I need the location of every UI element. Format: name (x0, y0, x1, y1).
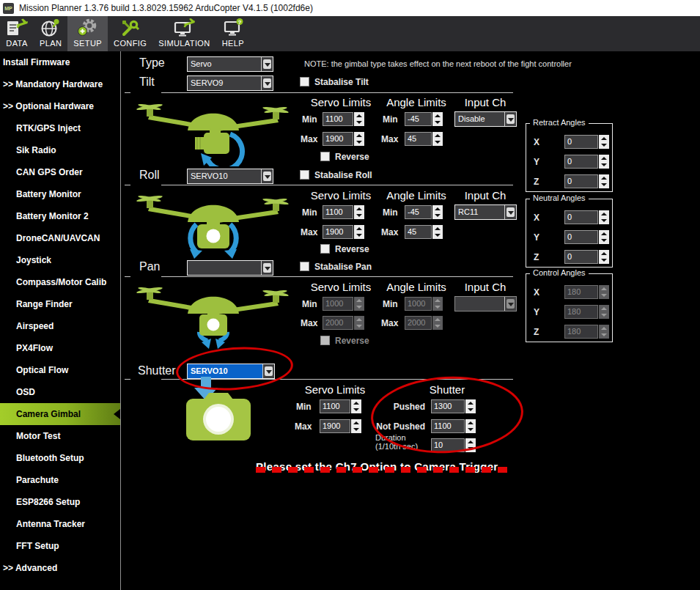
retract-z-value: 0 (564, 174, 598, 188)
neutral-x-input[interactable]: 0 (564, 210, 609, 224)
nav-tab-simulation[interactable]: SIMULATION (152, 16, 215, 51)
nav-tab-data[interactable]: DATA (0, 16, 34, 51)
roll-reverse-checkbox[interactable] (320, 244, 330, 254)
main-menu-bar: DATA PLAN SETUP CONFIG SIMULATION (0, 16, 700, 51)
sidebar-item-battery-monitor-2[interactable]: Battery Monitor 2 (0, 205, 120, 227)
spinner[interactable] (351, 399, 361, 413)
nav-tab-config[interactable]: CONFIG (108, 16, 152, 51)
roll-angle-max-input[interactable]: 45 (405, 225, 443, 239)
axis-z-label: Z (534, 177, 539, 187)
svg-text:?: ? (237, 19, 241, 26)
sidebar-item-optional-hardware[interactable]: >> Optional Hardware (0, 95, 120, 117)
spinner (354, 316, 364, 330)
tilt-input-ch-dropdown[interactable]: Disable (454, 111, 517, 127)
type-label: Type (139, 56, 165, 70)
shutter-servo-max-input[interactable]: 1900 (320, 419, 361, 433)
stabilise-roll-checkbox[interactable] (300, 170, 309, 180)
sidebar-item-osd[interactable]: OSD (0, 381, 120, 403)
chevron-down-icon[interactable] (504, 205, 516, 219)
sidebar-item-rtk-gps-inject[interactable]: RTK/GPS Inject (0, 117, 120, 139)
pan-angle-limits-header: Angle Limits (380, 281, 453, 293)
stabilise-tilt-checkbox[interactable] (300, 77, 309, 86)
spinner[interactable] (599, 210, 609, 224)
spinner[interactable] (432, 132, 443, 146)
flight-data-icon (6, 18, 28, 38)
spinner[interactable] (354, 112, 364, 126)
neutral-z-input[interactable]: 0 (564, 250, 609, 264)
min-label: Min (302, 114, 317, 125)
pan-servo-dropdown[interactable] (187, 260, 273, 276)
roll-input-ch-dropdown[interactable]: RC11 (454, 204, 517, 220)
spinner[interactable] (432, 112, 443, 126)
control-y-input: 180 (564, 305, 609, 319)
retract-z-input[interactable]: 0 (564, 174, 609, 188)
chevron-down-icon[interactable] (261, 57, 273, 71)
sidebar-item-can-gps-order[interactable]: CAN GPS Order (0, 161, 120, 183)
sidebar-item-joystick[interactable]: Joystick (0, 249, 120, 271)
sidebar-item-fft-setup[interactable]: FFT Setup (0, 535, 120, 557)
spinner[interactable] (599, 135, 609, 149)
spinner[interactable] (599, 250, 609, 264)
sidebar-item-bluetooth-setup[interactable]: Bluetooth Setup (0, 447, 120, 469)
roll-servo-dropdown[interactable]: SERVO10 (187, 169, 273, 184)
control-angles-title: Control Angles (530, 268, 589, 277)
roll-servo-min-input[interactable]: 1100 (323, 205, 364, 219)
spinner[interactable] (599, 174, 609, 188)
chevron-down-icon[interactable] (504, 112, 516, 126)
sidebar-item-parachute[interactable]: Parachute (0, 469, 120, 491)
sidebar-item-airspeed[interactable]: Airspeed (0, 315, 120, 337)
sidebar-item-camera-gimbal[interactable]: Camera Gimbal (0, 403, 120, 425)
sidebar-item-battery-monitor[interactable]: Battery Monitor (0, 183, 120, 205)
neutral-y-value: 0 (564, 230, 598, 244)
chevron-down-icon[interactable] (261, 261, 273, 275)
retract-y-input[interactable]: 0 (564, 155, 609, 169)
max-label: Max (301, 227, 317, 237)
sidebar-item-px4flow[interactable]: PX4Flow (0, 337, 120, 359)
sidebar-item-optical-flow[interactable]: Optical Flow (0, 359, 120, 381)
tilt-servo-max-input[interactable]: 1900 (323, 132, 364, 146)
spinner[interactable] (432, 225, 443, 239)
nav-tab-plan[interactable]: PLAN (34, 16, 67, 51)
shutter-servo-min-input[interactable]: 1100 (320, 399, 361, 413)
mission-planner-window: MP Mission Planner 1.3.76 build 1.3.8029… (0, 0, 700, 590)
sidebar-item-advanced[interactable]: >> Advanced (0, 557, 120, 579)
roll-angle-limits-header: Angle Limits (380, 189, 453, 202)
spinner[interactable] (354, 225, 364, 239)
spinner[interactable] (599, 230, 609, 244)
chevron-down-icon[interactable] (261, 169, 273, 183)
nav-tab-help[interactable]: ? HELP (216, 16, 250, 51)
spinner[interactable] (354, 132, 364, 146)
dropdown-value: Disable (455, 112, 504, 126)
spinner[interactable] (351, 419, 361, 433)
retract-x-input[interactable]: 0 (564, 135, 609, 149)
tilt-servo-dropdown[interactable]: SERVO9 (187, 75, 273, 91)
sidebar-item-antenna-tracker[interactable]: Antenna Tracker (0, 513, 120, 535)
sidebar-item-install-firmware[interactable]: Install Firmware (0, 51, 120, 73)
spinner[interactable] (432, 205, 443, 219)
stabilise-pan-checkbox[interactable] (300, 262, 309, 271)
min-label: Min (302, 207, 317, 218)
pan-reverse-checkbox (320, 336, 330, 345)
spinner[interactable] (354, 205, 364, 219)
spinner (599, 305, 609, 319)
pan-servo-min-input: 1000 (323, 297, 364, 311)
gimbal-type-dropdown[interactable]: Servo (187, 56, 273, 72)
chevron-down-icon[interactable] (261, 76, 273, 90)
roll-reverse-label: Reverse (335, 244, 369, 254)
sidebar-item-dronecan-uavcan[interactable]: DroneCAN/UAVCAN (0, 227, 120, 249)
sidebar-item-mandatory-hardware[interactable]: >> Mandatory Hardware (0, 73, 120, 95)
sidebar-item-esp8266-setup[interactable]: ESP8266 Setup (0, 491, 120, 513)
neutral-y-input[interactable]: 0 (564, 230, 609, 244)
sidebar-item-range-finder[interactable]: Range Finder (0, 293, 120, 315)
nav-tab-setup[interactable]: SETUP (67, 16, 108, 51)
roll-servo-max-input[interactable]: 1900 (323, 225, 364, 239)
tilt-angle-min-input[interactable]: -45 (405, 112, 443, 126)
sidebar-item-compass-motor-calib[interactable]: Compass/Motor Calib (0, 271, 120, 293)
tilt-angle-max-input[interactable]: 45 (405, 132, 443, 146)
roll-angle-min-input[interactable]: -45 (405, 205, 443, 219)
tilt-reverse-checkbox[interactable] (320, 152, 330, 161)
sidebar-item-motor-test[interactable]: Motor Test (0, 425, 120, 447)
tilt-servo-min-input[interactable]: 1100 (323, 112, 364, 126)
spinner[interactable] (599, 155, 609, 169)
sidebar-item-sik-radio[interactable]: Sik Radio (0, 139, 120, 161)
